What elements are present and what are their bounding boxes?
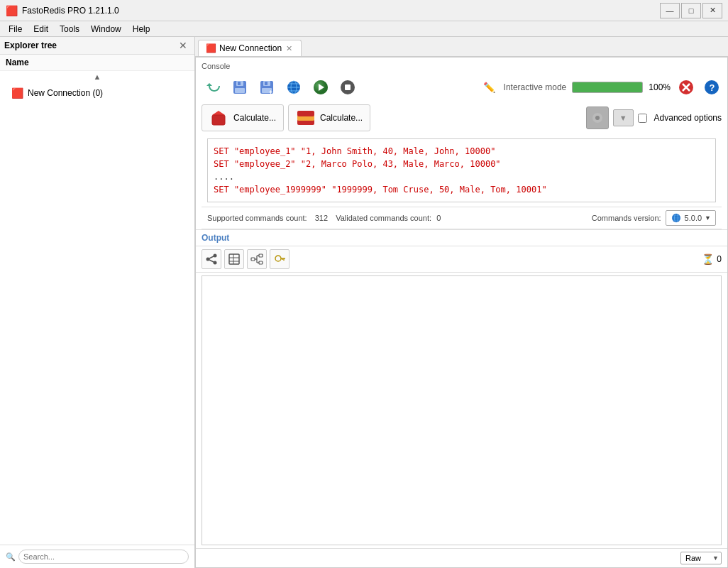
title-bar: 🟥 FastoRedis PRO 1.21.1.0 — □ ✕: [0, 0, 728, 21]
version-dropdown[interactable]: 5.0.0 ▼: [666, 210, 716, 226]
output-count-value: 0: [717, 254, 722, 264]
status-left: Supported commands count: 312 Validated …: [207, 214, 441, 222]
progress-percent: 100%: [649, 82, 671, 92]
svg-rect-2: [235, 88, 245, 93]
menu-file[interactable]: File: [3, 23, 28, 36]
save-button[interactable]: [228, 76, 251, 99]
export-button[interactable]: [202, 249, 221, 269]
calculate-button-2[interactable]: Calculate...: [288, 104, 370, 131]
search-icon: 🔍: [6, 552, 16, 562]
app-title: FastoRedis PRO 1.21.1.0: [22, 6, 119, 16]
sidebar-close-button[interactable]: ✕: [176, 40, 190, 51]
app-icon: 🟥: [6, 5, 18, 16]
connection-icon: 🟥: [11, 87, 23, 99]
tree-view-button[interactable]: [247, 249, 267, 269]
supported-label: Supported commands count:: [207, 214, 307, 222]
tree-item-new-connection[interactable]: 🟥 New Connection (0): [0, 85, 194, 101]
version-dropdown-arrow: ▼: [705, 214, 711, 222]
undo-button[interactable]: [202, 76, 224, 99]
connect-button[interactable]: [282, 76, 305, 99]
progress-fill: [573, 82, 642, 92]
tab-new-connection[interactable]: 🟥 New Connection ✕: [198, 40, 302, 56]
tree-content: 🟥 New Connection (0): [0, 82, 194, 545]
code-editor[interactable]: SET "employee_1" "1, John Smith, 40, Mal…: [207, 138, 716, 202]
calculate-label-1: Calculate...: [233, 113, 276, 123]
output-header: Output: [196, 230, 727, 246]
key-view-button[interactable]: [270, 249, 289, 269]
version-value: 5.0.0: [685, 214, 702, 222]
menu-edit[interactable]: Edit: [28, 23, 54, 36]
code-line-1: SET "employee_1" "1, John Smith, 40, Mal…: [214, 145, 710, 158]
console-toolbar-row2: Calculate... Calculate...: [202, 102, 722, 134]
supported-count: 312: [315, 214, 328, 222]
restore-button[interactable]: □: [681, 3, 701, 18]
advanced-options-row: ▼ Advanced options: [586, 106, 722, 129]
tab-close-button[interactable]: ✕: [285, 44, 294, 53]
minimize-button[interactable]: —: [660, 3, 680, 18]
title-bar-left: 🟥 FastoRedis PRO 1.21.1.0: [6, 5, 119, 16]
calculate-label-2: Calculate...: [320, 113, 363, 123]
table-view-button[interactable]: [224, 249, 244, 269]
svg-rect-47: [259, 254, 263, 257]
svg-line-40: [208, 256, 215, 259]
dropdown-text: ▼: [619, 114, 627, 122]
menu-tools[interactable]: Tools: [54, 23, 85, 36]
advanced-options-checkbox[interactable]: [638, 114, 647, 123]
console-section: Console: [196, 58, 727, 230]
collapse-arrow[interactable]: ▲: [0, 71, 194, 82]
connection-label: New Connection (0): [28, 88, 103, 98]
config-button[interactable]: [586, 106, 609, 129]
options-dropdown[interactable]: ▼: [613, 109, 634, 126]
console-label-text: Console: [202, 62, 230, 70]
svg-point-31: [595, 116, 600, 120]
tab-icon: 🟥: [206, 43, 216, 53]
pencil-icon: ✏️: [481, 79, 498, 96]
sidebar-header: Explorer tree ✕: [0, 37, 194, 55]
search-bar: 🔍: [0, 545, 194, 568]
svg-text:?: ?: [710, 82, 715, 93]
interactive-bar: ✏️ Interactive mode 100%: [481, 77, 722, 97]
advanced-options-label[interactable]: Advanced options: [654, 113, 722, 123]
svg-rect-17: [345, 84, 351, 90]
output-section: Output: [196, 230, 727, 567]
cancel-button[interactable]: [676, 77, 696, 97]
output-count: ⏳ 0: [702, 253, 722, 265]
run-button[interactable]: [309, 76, 332, 99]
menu-window[interactable]: Window: [85, 23, 127, 36]
output-label: Output: [202, 233, 229, 243]
validated-count: 0: [436, 214, 441, 222]
output-bottom: Raw JSON Table: [196, 548, 727, 567]
save-as-button[interactable]: +: [255, 76, 278, 99]
code-line-4: SET "employee_1999999" "1999999, Tom Cru…: [214, 183, 710, 196]
code-line-3: ....: [214, 170, 710, 183]
status-bar: Supported commands count: 312 Validated …: [202, 207, 722, 229]
format-select-wrapper: Raw JSON Table: [680, 552, 722, 564]
interactive-mode-label: Interactive mode: [504, 82, 567, 92]
main-layout: Explorer tree ✕ Name ▲ 🟥 New Connection …: [0, 37, 728, 568]
calculate-button-1[interactable]: Calculate...: [202, 104, 284, 131]
output-tools: [202, 249, 289, 269]
svg-rect-29: [297, 111, 314, 116]
commands-version: Commands version: 5.0.0 ▼: [592, 210, 716, 226]
sidebar: Explorer tree ✕ Name ▲ 🟥 New Connection …: [0, 37, 195, 568]
svg-rect-24: [212, 115, 225, 125]
code-line-2: SET "employee_2" "2, Marco Polo, 43, Mal…: [214, 158, 710, 170]
validated-label: Validated commands count:: [336, 214, 431, 222]
tab-bar: 🟥 New Connection ✕: [195, 37, 728, 57]
output-content[interactable]: [202, 275, 722, 545]
svg-rect-42: [229, 254, 239, 264]
console-label: Console: [202, 62, 722, 70]
output-toolbar: ⏳ 0: [196, 246, 727, 273]
tab-label: New Connection: [219, 43, 282, 53]
svg-line-41: [208, 259, 215, 263]
menu-help[interactable]: Help: [127, 23, 156, 36]
help-button[interactable]: ?: [702, 77, 722, 97]
menu-bar: File Edit Tools Window Help: [0, 21, 728, 37]
content-area: 🟥 New Connection ✕ Console: [195, 37, 728, 568]
close-button[interactable]: ✕: [702, 3, 722, 18]
main-panel: Console: [195, 57, 728, 568]
svg-rect-3: [238, 82, 241, 85]
stop-button[interactable]: [336, 76, 359, 99]
format-select[interactable]: Raw JSON Table: [680, 552, 722, 564]
search-input[interactable]: [18, 550, 189, 564]
